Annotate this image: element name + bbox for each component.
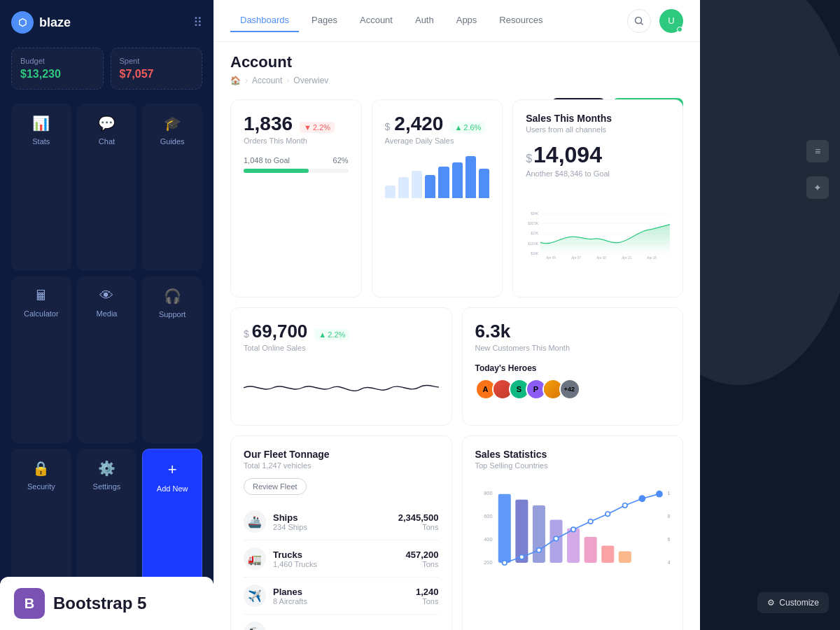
panel-icon-1[interactable]: ≡ [806,140,829,162]
daily-sales-label: Average Daily Sales [385,136,490,145]
topnav: Dashboards Pages Account Auth Apps Resou… [214,0,700,42]
heroes-section: Today's Heroes A S P +42 [475,363,671,400]
heroes-avatars: A S P +42 [475,379,671,400]
new-customers-card: 6.3k New Customers This Month Today's He… [462,307,684,426]
topnav-actions: U [627,9,683,33]
nav-grid: 📊 Stats 💬 Chat 🎓 Guides 🖩 Calculator 👁 M… [11,104,202,619]
sidebar-item-calculator[interactable]: 🖩 Calculator [11,276,71,444]
svg-rect-20 [498,494,510,563]
svg-text:Apr 13: Apr 13 [622,256,631,260]
daily-sales-chart [385,156,490,198]
settings-icon: ⚙️ [98,460,115,477]
svg-rect-22 [532,505,545,563]
budget-card: Budget $13,230 [11,48,104,90]
online-sales-card: $ 69,700 ▲ 2.2% Total Online Sales [230,307,452,426]
bootstrap-badge: B Bootstrap 5 [0,577,214,630]
svg-rect-21 [515,500,528,563]
customize-button[interactable]: ⚙ Customize [757,592,829,613]
sales-statistics-card: Sales Statistics Top Selling Countries 8… [462,435,684,630]
user-avatar[interactable]: U [659,9,683,33]
sales-month-value: 14,094 [533,142,602,168]
online-sales-chart [244,363,439,412]
sales-month-title: Sales This Months [526,113,670,124]
budget-value: $13,230 [20,68,94,80]
svg-point-35 [622,503,627,508]
sidebar-item-label: Chat [99,137,115,146]
progress-bar-bg [244,169,349,173]
sales-stats-chart: 800 600 400 200 [475,478,671,590]
fleet-sub: Total 1,247 vehicles [244,461,439,470]
orders-change: ▼ 2.2% [300,122,335,133]
sidebar-item-label: Guides [160,137,185,146]
daily-sales-card: $ 2,420 ▲ 2.6% Average Daily Sales [372,99,503,298]
support-icon: 🎧 [164,288,181,304]
svg-text:600: 600 [484,513,492,519]
sidebar-item-label: Add New [157,484,188,493]
fleet-card: Our Fleet Tonnage Total 1,247 vehicles R… [230,435,452,630]
svg-text:Apr 04: Apr 04 [546,256,556,260]
breadcrumb-account[interactable]: Account [252,76,282,85]
planes-icon: ✈️ [244,584,266,607]
spent-label: Spent [120,57,194,65]
tab-dashboards[interactable]: Dashboards [230,9,299,32]
svg-text:200: 200 [484,559,492,566]
svg-point-37 [656,491,662,497]
tab-apps[interactable]: Apps [447,9,487,32]
breadcrumb: 🏠 › Account › Overwiev [230,76,683,85]
svg-text:$17K: $17K [531,232,539,235]
logo: ⬡ blaze [11,11,71,34]
online-sales-value: 69,700 [252,321,308,342]
sidebar-item-media[interactable]: 👁 Media [77,276,137,444]
dashboard-content: 1,836 ▼ 2.2% Orders This Month 1,048 to … [214,91,700,630]
sales-month-sub: Users from all channels [526,125,670,134]
heroes-label: Today's Heroes [475,363,671,373]
fleet-item: 🚂 Trains 804,300 [244,615,439,630]
budget-label: Budget [20,57,94,65]
sidebar-item-label: Settings [93,482,121,491]
fleet-item: 🚛 Trucks 1,460 Trucks 457,200 Tons [244,540,439,578]
svg-rect-27 [618,552,631,563]
media-icon: 👁 [99,288,113,304]
tab-resources[interactable]: Resources [489,9,552,32]
page-header: Account 🏠 › Account › Overwiev + Invite … [214,42,700,91]
sidebar-item-label: Calculator [24,309,59,318]
svg-point-29 [519,554,524,559]
sidebar-item-support[interactable]: 🎧 Support [142,276,202,444]
svg-text:Apr 10: Apr 10 [596,256,606,260]
right-panel: ≡ ✦ ⚙ Customize [700,0,840,630]
sales-stats-title: Sales Statistics [475,449,671,460]
svg-point-32 [570,527,575,532]
breadcrumb-home[interactable]: 🏠 [230,76,241,85]
sidebar-item-stats[interactable]: 📊 Stats [11,104,71,271]
svg-text:400: 400 [484,536,492,542]
main-content: Dashboards Pages Account Auth Apps Resou… [214,0,700,630]
orders-value: 1,836 [244,113,293,135]
ships-icon: 🚢 [244,510,266,533]
review-fleet-button[interactable]: Review Fleet [244,478,307,495]
tab-pages[interactable]: Pages [302,9,347,32]
spent-value: $7,057 [120,68,194,80]
sidebar-item-guides[interactable]: 🎓 Guides [142,104,202,271]
page-title: Account [230,53,683,71]
svg-text:100%: 100% [667,490,670,496]
search-button[interactable] [627,9,651,33]
calculator-icon: 🖩 [34,288,48,304]
svg-text:$13.5K: $13.5K [528,242,539,246]
daily-sales-value: 2,420 [394,113,443,135]
svg-rect-25 [584,537,596,563]
svg-rect-24 [567,528,580,563]
add-new-icon: + [168,461,177,479]
tab-auth[interactable]: Auth [405,9,444,32]
avatar-status [677,27,682,32]
trucks-icon: 🚛 [244,547,266,570]
orders-progress: 1,048 to Goal 62% [244,156,349,173]
tab-account[interactable]: Account [350,9,402,32]
sidebar-menu-icon[interactable]: ⠿ [193,15,202,30]
guides-icon: 🎓 [164,115,181,132]
sidebar-item-label: Media [97,309,118,318]
sidebar-item-chat[interactable]: 💬 Chat [77,104,137,271]
fleet-section: Our Fleet Tonnage Total 1,247 vehicles R… [230,435,683,630]
sidebar-item-label: Stats [32,137,50,146]
panel-icon-2[interactable]: ✦ [806,176,829,199]
new-customers-value: 6.3k [475,321,511,342]
